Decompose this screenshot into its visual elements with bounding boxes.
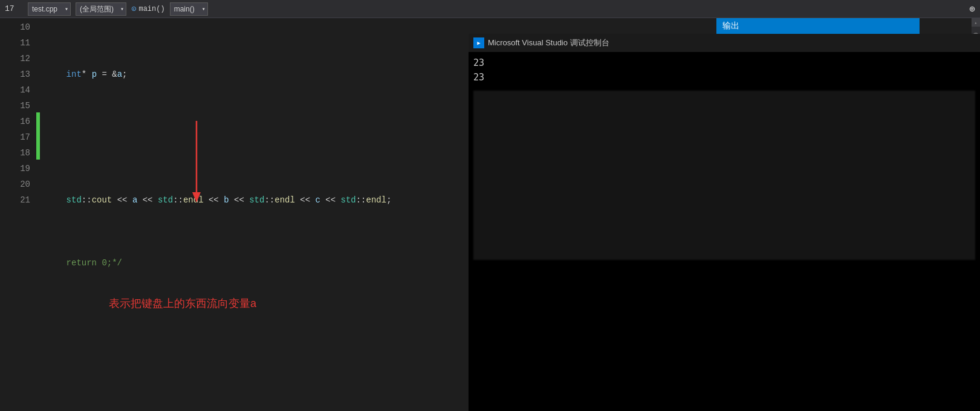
line-numbers: 10 11 12 13 14 15 16 17 18 19 20 21 bbox=[0, 18, 36, 411]
func-select[interactable]: main() bbox=[170, 2, 208, 16]
code-line-13: return 0;*/ bbox=[46, 255, 469, 271]
scrollbar-up-button[interactable]: ▴ bbox=[972, 18, 980, 27]
console-icon: ▶ bbox=[473, 37, 484, 48]
toolbar: 17 test.cpp (全局范围) ⊙ main() main() ⊕ bbox=[0, 0, 980, 18]
line-num-11: 11 bbox=[0, 35, 30, 51]
line-num-21: 21 bbox=[0, 192, 30, 208]
code-line-11 bbox=[46, 129, 469, 145]
line-number: 17 bbox=[5, 4, 23, 13]
line-num-10: 10 bbox=[0, 19, 30, 35]
function-label: main() bbox=[138, 5, 164, 13]
console-blur-area bbox=[473, 91, 975, 260]
line-num-16: 16 bbox=[0, 114, 30, 129]
annotation-arrow-container bbox=[187, 121, 206, 215]
console-titlebar: ▶ Microsoft Visual Studio 调试控制台 bbox=[469, 34, 980, 52]
console-output-line-1: 23 bbox=[473, 56, 975, 70]
line-num-14: 14 bbox=[0, 82, 30, 98]
output-label: 输出 bbox=[722, 21, 739, 31]
code-line-12: std::cout << a << std::endl << b << std:… bbox=[46, 192, 469, 208]
line-num-19: 19 bbox=[0, 161, 30, 176]
annotation-arrow-svg bbox=[187, 121, 206, 212]
file-select-wrapper[interactable]: test.cpp bbox=[28, 2, 71, 16]
console-output-line-2: 23 bbox=[473, 70, 975, 85]
console-body: 23 23 bbox=[469, 52, 980, 411]
code-editor: 10 11 12 13 14 15 16 17 18 19 20 21 int*… bbox=[0, 18, 469, 411]
line-num-17: 17 bbox=[0, 129, 30, 145]
pin-button[interactable]: ⊕ bbox=[969, 3, 975, 15]
code-content[interactable]: int* p = &a; std::cout << a << std::endl… bbox=[40, 18, 469, 411]
scope-select[interactable]: (全局范围) bbox=[76, 2, 126, 16]
code-area: 10 11 12 13 14 15 16 17 18 19 20 21 int*… bbox=[0, 18, 469, 411]
console-icon-text: ▶ bbox=[477, 40, 480, 47]
line-num-12: 12 bbox=[0, 51, 30, 66]
line-num-20: 20 bbox=[0, 176, 30, 192]
code-line-15 bbox=[46, 381, 469, 396]
line-num-13: 13 bbox=[0, 66, 30, 82]
function-icon: ⊙ bbox=[131, 4, 136, 14]
console-window: ▶ Microsoft Visual Studio 调试控制台 23 23 bbox=[469, 34, 980, 411]
code-line-10: int* p = &a; bbox=[46, 66, 469, 82]
function-indicator: ⊙ main() bbox=[131, 4, 165, 14]
output-panel-header[interactable]: 输出 bbox=[716, 18, 920, 34]
line-num-18: 18 bbox=[0, 145, 30, 161]
line-num-15: 15 bbox=[0, 98, 30, 114]
file-select[interactable]: test.cpp bbox=[28, 2, 71, 16]
annotation-text: 表示把键盘上的东西流向变量a bbox=[109, 296, 256, 311]
scope-select-wrapper[interactable]: (全局范围) bbox=[76, 2, 126, 16]
console-title: Microsoft Visual Studio 调试控制台 bbox=[488, 37, 609, 48]
func-select-wrapper[interactable]: main() bbox=[170, 2, 208, 16]
code-line-14 bbox=[46, 318, 469, 334]
svg-marker-1 bbox=[192, 192, 201, 202]
